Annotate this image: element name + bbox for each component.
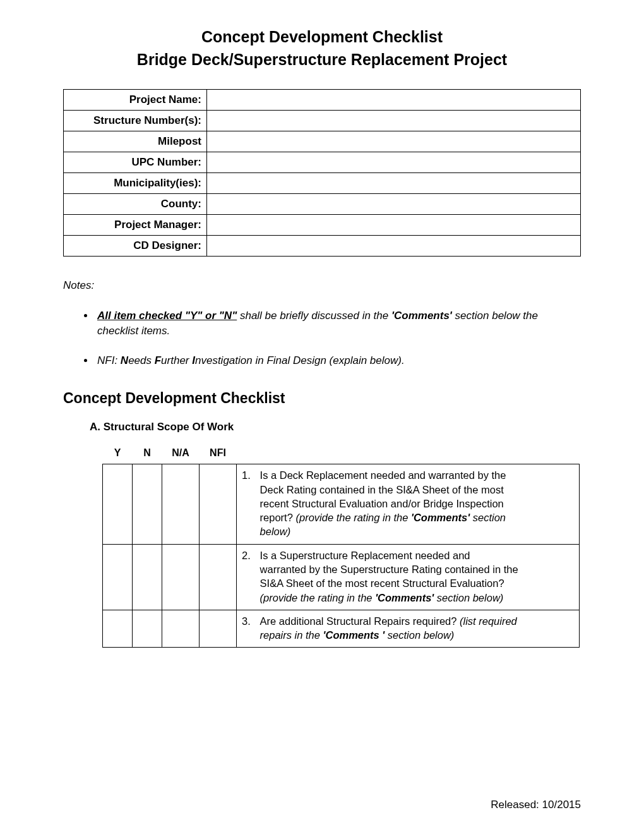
info-label: Municipality(ies): (64, 172, 207, 193)
checklist-table: Y N N/A NFI 1. Is a Deck Replacement nee… (102, 445, 580, 648)
note-emphasis: All item checked "Y" or "N" (97, 310, 237, 322)
note-bold: N (121, 354, 128, 366)
item-ital: section below) (434, 592, 503, 603)
cell-desc: 3. Are additional Structural Repairs req… (237, 610, 580, 648)
item-ital: (provide the rating in the (295, 512, 411, 523)
note-text: NFI: (97, 354, 121, 366)
info-label: Project Name: (64, 89, 207, 110)
title-line-2: Bridge Deck/Superstructure Replacement P… (63, 48, 581, 71)
note-text: eeds (128, 354, 155, 366)
info-row: UPC Number: (64, 152, 581, 172)
item-ital: section below) (385, 629, 454, 641)
note-text: nvestigation in Final Design (explain be… (195, 354, 405, 366)
cell-nfi[interactable] (200, 544, 237, 610)
info-value[interactable] (207, 131, 581, 152)
cell-na[interactable] (162, 544, 200, 610)
cell-y[interactable] (103, 464, 133, 544)
col-desc (237, 445, 580, 464)
note-text: urther (161, 354, 192, 366)
info-row: Milepost (64, 131, 581, 152)
info-label: CD Designer: (64, 235, 207, 256)
info-label: UPC Number: (64, 152, 207, 172)
note-item: NFI: Needs Further Investigation in Fina… (95, 353, 581, 369)
cell-desc: 1. Is a Deck Replacement needed and warr… (237, 464, 580, 544)
item-plain: Is a Superstructure Replacement needed a… (260, 550, 518, 589)
info-row: Municipality(ies): (64, 172, 581, 193)
cell-n[interactable] (133, 610, 162, 648)
item-text: Is a Deck Replacement needed and warrant… (260, 468, 519, 538)
checklist-row: 1. Is a Deck Replacement needed and warr… (103, 464, 580, 544)
info-value[interactable] (207, 193, 581, 214)
cell-y[interactable] (103, 610, 133, 648)
info-row: Project Name: (64, 89, 581, 110)
info-value[interactable] (207, 214, 581, 235)
info-value[interactable] (207, 89, 581, 110)
item-number: 2. (242, 548, 257, 562)
checklist-row: 3. Are additional Structural Repairs req… (103, 610, 580, 648)
title-block: Concept Development Checklist Bridge Dec… (63, 25, 581, 71)
title-line-1: Concept Development Checklist (63, 25, 581, 48)
cell-nfi[interactable] (200, 464, 237, 544)
col-na: N/A (162, 445, 200, 464)
cell-n[interactable] (133, 464, 162, 544)
item-text: Is a Superstructure Replacement needed a… (260, 548, 519, 605)
col-y: Y (103, 445, 133, 464)
info-value[interactable] (207, 172, 581, 193)
item-bold: 'Comments' (375, 592, 434, 603)
info-label: County: (64, 193, 207, 214)
info-row: Project Manager: (64, 214, 581, 235)
item-bold: 'Comments ' (323, 629, 385, 641)
col-nfi: NFI (200, 445, 237, 464)
item-ital: (provide the rating in the (260, 592, 376, 603)
project-info-table: Project Name: Structure Number(s): Milep… (63, 89, 581, 257)
note-text: shall be briefly discussed in the (237, 310, 391, 322)
info-value[interactable] (207, 235, 581, 256)
note-item: All item checked "Y" or "N" shall be bri… (95, 308, 581, 339)
page: Concept Development Checklist Bridge Dec… (0, 0, 644, 834)
item-bold: 'Comments' (411, 512, 470, 523)
col-n: N (133, 445, 162, 464)
info-label: Milepost (64, 131, 207, 152)
info-label: Project Manager: (64, 214, 207, 235)
cell-na[interactable] (162, 610, 200, 648)
note-bold: 'Comments' (391, 310, 452, 322)
info-value[interactable] (207, 110, 581, 131)
info-value[interactable] (207, 152, 581, 172)
cell-na[interactable] (162, 464, 200, 544)
cell-nfi[interactable] (200, 610, 237, 648)
item-number: 1. (242, 468, 257, 482)
item-plain: Are additional Structural Repairs requir… (260, 615, 460, 627)
footer-released: Released: 10/2015 (491, 799, 581, 811)
item-number: 3. (242, 614, 257, 628)
note-bold: F (155, 354, 161, 366)
checklist-header-row: Y N N/A NFI (103, 445, 580, 464)
cell-n[interactable] (133, 544, 162, 610)
cell-desc: 2. Is a Superstructure Replacement neede… (237, 544, 580, 610)
info-row: Structure Number(s): (64, 110, 581, 131)
section-heading: Concept Development Checklist (63, 390, 581, 407)
notes-heading: Notes: (63, 279, 581, 292)
item-text: Are additional Structural Repairs requir… (260, 614, 519, 643)
info-row: CD Designer: (64, 235, 581, 256)
notes-list: All item checked "Y" or "N" shall be bri… (63, 308, 581, 369)
cell-y[interactable] (103, 544, 133, 610)
checklist-row: 2. Is a Superstructure Replacement neede… (103, 544, 580, 610)
info-row: County: (64, 193, 581, 214)
sub-heading: A. Structural Scope Of Work (90, 421, 581, 433)
info-label: Structure Number(s): (64, 110, 207, 131)
